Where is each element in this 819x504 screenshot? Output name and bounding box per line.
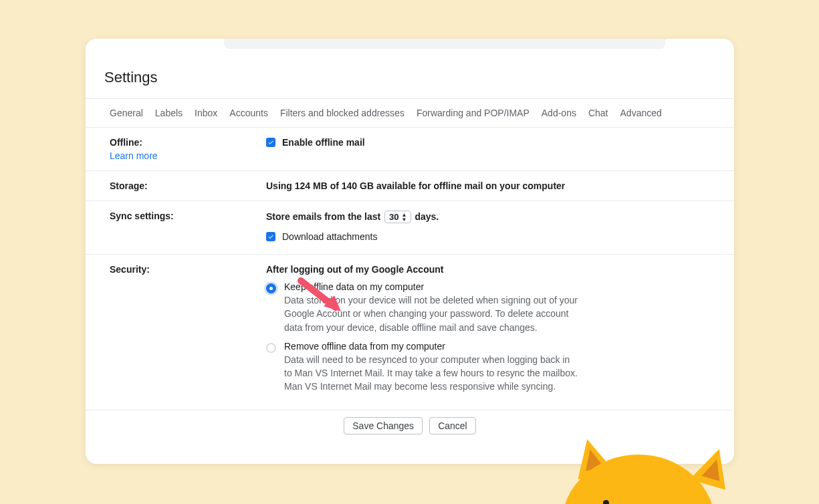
offline-label: Offline: [110,137,142,148]
button-row: Save Changes Cancel [86,410,734,445]
security-label: Security: [110,264,150,275]
tab-labels[interactable]: Labels [155,108,183,118]
storage-label: Storage: [110,180,148,191]
remove-desc: Data will need to be resynced to your co… [284,353,578,394]
tab-advanced[interactable]: Advanced [620,108,662,118]
cancel-button[interactable]: Cancel [429,417,476,434]
tab-filters[interactable]: Filters and blocked addresses [280,108,404,118]
check-icon [267,139,274,146]
save-button[interactable]: Save Changes [344,417,423,434]
row-storage: Storage: Using 124 MB of 140 GB availabl… [86,171,734,201]
sync-label: Sync settings: [110,211,174,221]
enable-offline-checkbox[interactable] [266,138,275,147]
security-option-keep[interactable]: Keep offline data on my computer Data st… [266,281,721,334]
tab-inbox[interactable]: Inbox [195,108,217,118]
keep-desc: Data stored on your device will not be d… [284,293,578,334]
select-stepper-icon: ▲▼ [402,213,410,222]
check-icon [267,233,274,240]
security-heading: After logging out of my Google Account [266,264,721,275]
settings-window: Settings General Labels Inbox Accounts F… [86,39,734,464]
row-sync: Sync settings: Store emails from the las… [86,201,734,255]
search-bar[interactable] [224,39,665,49]
radio-keep[interactable] [266,283,276,293]
storage-text: Using 124 MB of 140 GB available for off… [266,180,565,191]
settings-content: Offline: Learn more Enable offline mail … [86,128,734,445]
tab-accounts[interactable]: Accounts [229,108,268,118]
row-security: Security: After logging out of my Google… [86,255,734,410]
tab-chat[interactable]: Chat [588,108,608,118]
settings-tabs: General Labels Inbox Accounts Filters an… [86,98,734,128]
radio-remove[interactable] [266,343,276,353]
tab-addons[interactable]: Add-ons [542,108,576,118]
tab-forwarding[interactable]: Forwarding and POP/IMAP [417,108,530,118]
sync-before: Store emails from the last [266,211,380,222]
enable-offline-label: Enable offline mail [282,137,365,148]
sync-days-select[interactable]: 30 ▲▼ [384,211,411,223]
download-attachments-label: Download attachments [282,231,377,242]
security-option-remove[interactable]: Remove offline data from my computer Dat… [266,341,721,394]
tab-general[interactable]: General [110,108,143,118]
learn-more-link[interactable]: Learn more [110,150,266,161]
row-offline: Offline: Learn more Enable offline mail [86,128,734,171]
download-attachments-checkbox[interactable] [266,232,275,241]
page-title: Settings [86,53,734,98]
sync-after: days. [415,211,439,222]
remove-title: Remove offline data from my computer [284,341,578,352]
topbar [86,39,734,53]
sync-days-value: 30 [389,212,398,222]
keep-title: Keep offline data on my computer [284,281,578,292]
